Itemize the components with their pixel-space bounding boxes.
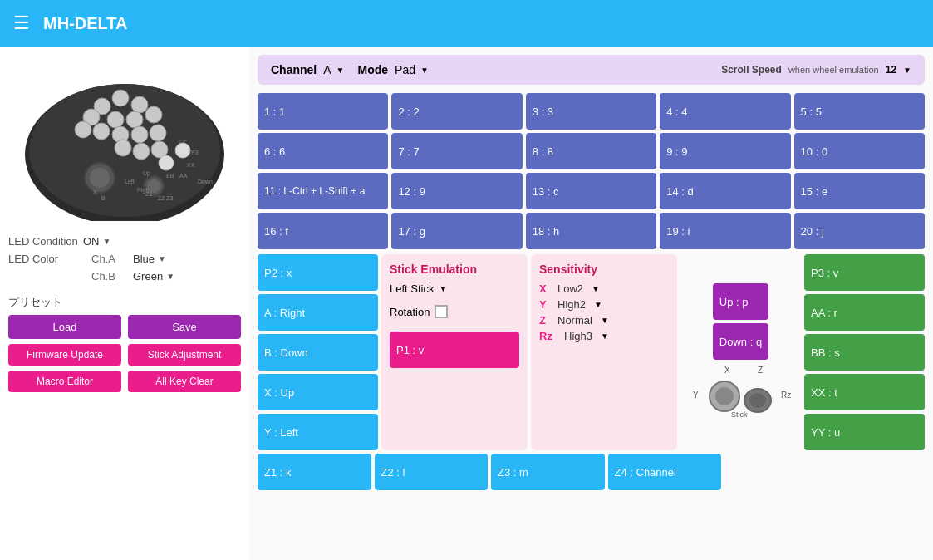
sens-z-arrow[interactable]: ▼: [601, 316, 609, 325]
svg-text:TY: TY: [179, 139, 186, 145]
key-11[interactable]: 11 : L-Ctrl + L-Shift + a: [258, 173, 388, 209]
svg-text:Z1: Z1: [145, 191, 152, 197]
rotation-label: Rotation: [390, 306, 430, 318]
svg-text:AA: AA: [179, 173, 188, 179]
key-1[interactable]: 1 : 1: [258, 93, 388, 130]
firmware-update-button[interactable]: Firmware Update: [8, 344, 121, 366]
led-cha-arrow[interactable]: ▼: [158, 254, 166, 263]
stick-svg: X Z Y Rz Stick: [691, 363, 791, 421]
svg-text:P3: P3: [191, 150, 199, 155]
scroll-speed-sub: when wheel emulation: [788, 65, 879, 75]
right-side-up-keys: Up : p Down : q: [713, 283, 768, 360]
key-XX[interactable]: XX : t: [804, 374, 925, 410]
sens-row-y: Y High2 ▼: [539, 298, 669, 311]
key-Up[interactable]: Up : p: [713, 283, 768, 320]
led-condition-value: ON: [83, 235, 100, 248]
key-B[interactable]: B : Down: [258, 334, 378, 371]
svg-point-5: [145, 106, 162, 123]
svg-point-13: [75, 121, 91, 138]
channel-arrow[interactable]: ▼: [336, 66, 345, 75]
left-side-keys: P2 : x A : Right B : Down X : Up Y : Lef…: [258, 254, 378, 450]
app-title: MH-DELTA: [43, 14, 127, 33]
all-key-clear-button[interactable]: All Key Clear: [128, 371, 241, 392]
svg-point-12: [93, 123, 110, 140]
mode-arrow[interactable]: ▼: [420, 66, 429, 75]
sens-rz-arrow[interactable]: ▼: [601, 332, 609, 341]
bottom-spacer: [724, 454, 925, 490]
led-chb-arrow[interactable]: ▼: [166, 272, 174, 281]
key-6[interactable]: 6 : 6: [258, 133, 388, 169]
svg-text:Left: Left: [125, 179, 135, 184]
sens-value-y: High2: [557, 298, 586, 311]
key-AA[interactable]: AA : r: [804, 294, 925, 331]
key-9[interactable]: 9 : 9: [660, 133, 790, 169]
stick-em-title: Stick Emulation: [390, 263, 519, 276]
stick-em-arrow[interactable]: ▼: [439, 284, 447, 293]
svg-point-10: [131, 126, 148, 143]
svg-text:Z2 Z3: Z2 Z3: [158, 195, 173, 201]
key-Down[interactable]: Down : q: [713, 323, 768, 360]
led-cha-label: Ch.A: [91, 253, 133, 265]
bottom-keys-row: Z1 : k Z2 : l Z3 : m Z4 : Channel: [258, 454, 925, 490]
macro-editor-button[interactable]: Macro Editor: [8, 371, 121, 392]
key-7[interactable]: 7 : 7: [391, 133, 522, 169]
sens-row-z: Z Normal ▼: [539, 314, 669, 327]
sens-axis-z: Z: [539, 314, 552, 327]
mode-value: Pad: [395, 63, 415, 76]
svg-point-28: [90, 168, 110, 188]
svg-text:Stick: Stick: [731, 410, 748, 419]
key-A[interactable]: A : Right: [258, 294, 378, 331]
sens-axis-x: X: [539, 282, 552, 295]
key-Z1[interactable]: Z1 : k: [258, 454, 371, 490]
load-button[interactable]: Load: [8, 315, 121, 339]
key-13[interactable]: 13 : c: [526, 173, 656, 209]
key-18[interactable]: 18 : h: [526, 213, 656, 249]
key-P2[interactable]: P2 : x: [258, 254, 378, 291]
key-10[interactable]: 10 : 0: [794, 133, 925, 169]
key-2[interactable]: 2 : 2: [391, 93, 522, 130]
sens-axis-rz: Rz: [539, 330, 559, 342]
key-20[interactable]: 20 : j: [794, 213, 925, 249]
save-button[interactable]: Save: [128, 315, 241, 339]
svg-point-41: [715, 387, 734, 405]
key-BB[interactable]: BB : s: [804, 334, 925, 371]
svg-text:Z: Z: [758, 366, 763, 375]
right-panel: Channel A ▼ Mode Pad ▼ Scroll Speed when…: [249, 47, 933, 560]
sens-y-arrow[interactable]: ▼: [594, 300, 602, 309]
sens-row-rz: Rz High3 ▼: [539, 330, 669, 342]
mode-label: Mode: [357, 63, 388, 76]
sens-x-arrow[interactable]: ▼: [592, 284, 600, 293]
key-15[interactable]: 15 : e: [794, 173, 925, 209]
rotation-checkbox[interactable]: [435, 305, 448, 318]
led-cha-value: Blue: [133, 253, 155, 265]
key-8[interactable]: 8 : 8: [526, 133, 656, 169]
key-Z3[interactable]: Z3 : m: [491, 454, 605, 490]
key-17[interactable]: 17 : g: [391, 213, 522, 249]
svg-text:Y: Y: [693, 391, 699, 400]
key-12[interactable]: 12 : 9: [391, 173, 522, 209]
key-YY[interactable]: YY : u: [804, 414, 925, 450]
sens-value-z: Normal: [557, 314, 592, 327]
key-14[interactable]: 14 : d: [660, 173, 790, 209]
key-P3[interactable]: P3 : v: [804, 254, 925, 291]
svg-point-43: [749, 393, 766, 408]
key-P1[interactable]: P1 : v: [390, 332, 519, 368]
menu-icon[interactable]: ☰: [13, 12, 30, 34]
key-5[interactable]: 5 : 5: [794, 93, 925, 130]
key-Z2[interactable]: Z2 : l: [375, 454, 489, 490]
key-19[interactable]: 19 : i: [660, 213, 790, 249]
key-3[interactable]: 3 : 3: [526, 93, 656, 130]
stick-em-label: Left Stick: [390, 282, 434, 295]
key-X[interactable]: X : Up: [258, 374, 378, 410]
key-Z4[interactable]: Z4 : Channel: [608, 454, 722, 490]
svg-point-15: [133, 143, 150, 160]
scroll-speed-arrow[interactable]: ▼: [903, 66, 911, 75]
channel-bar: Channel A ▼ Mode Pad ▼ Scroll Speed when…: [258, 55, 925, 85]
key-Y[interactable]: Y : Left: [258, 414, 378, 450]
sens-row-x: X Low2 ▼: [539, 282, 669, 295]
stick-adjustment-button[interactable]: Stick Adjustment: [128, 344, 241, 366]
lower-section: P2 : x A : Right B : Down X : Up Y : Lef…: [258, 254, 925, 450]
key-16[interactable]: 16 : f: [258, 213, 388, 249]
led-condition-arrow[interactable]: ▼: [103, 237, 111, 246]
key-4[interactable]: 4 : 4: [660, 93, 790, 130]
